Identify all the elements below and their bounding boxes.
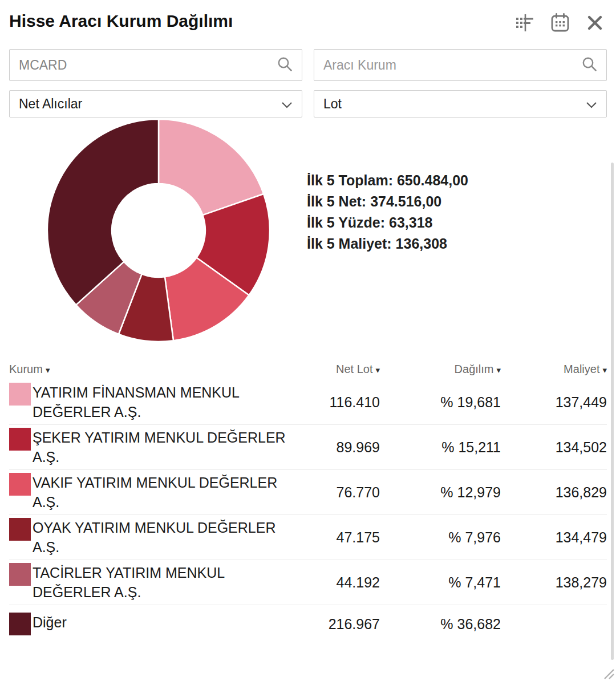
sort-caret-icon: ▾	[496, 365, 501, 375]
column-header-netlot[interactable]: Net Lot▾	[289, 363, 380, 376]
cell-kurum: TACİRLER YATIRIM MENKUL DEĞERLER A.Ş.	[9, 563, 289, 602]
close-icon[interactable]	[586, 14, 603, 31]
broker-search-input[interactable]	[323, 58, 581, 73]
vertical-scrollbar[interactable]	[611, 163, 614, 660]
side-select-value: Net Alıcılar	[19, 96, 82, 112]
symbol-search-input[interactable]	[19, 58, 277, 73]
cell-dagilim: % 7,471	[380, 574, 501, 591]
table-row[interactable]: ŞEKER YATIRIM MENKUL DEĞERLER A.Ş.89.969…	[9, 425, 607, 470]
cell-dagilim: % 36,682	[380, 616, 501, 633]
cell-kurum: Diğer	[9, 613, 289, 635]
cell-net-lot: 89.969	[289, 439, 380, 456]
summary-line: İlk 5 Net: 374.516,00	[307, 191, 468, 212]
broker-donut-chart	[46, 117, 271, 343]
chevron-down-icon	[586, 96, 597, 112]
top5-summary: İlk 5 Toplam: 650.484,00 İlk 5 Net: 374.…	[307, 170, 468, 254]
broker-distribution-panel: Hisse Aracı Kurum Dağılımı	[0, 0, 616, 681]
table-header: Kurum▾ Net Lot▾ Dağılım▾ Maliyet▾	[9, 360, 607, 378]
cell-dagilim: % 7,976	[380, 529, 501, 546]
legend-swatch	[9, 473, 31, 496]
indicator-settings-icon[interactable]	[514, 13, 534, 33]
sort-caret-icon: ▾	[375, 365, 380, 375]
cell-maliyet: 134,479	[501, 529, 607, 546]
table-row[interactable]: OYAK YATIRIM MENKUL DEĞERLER A.Ş.47.175%…	[9, 515, 607, 560]
unit-select-value: Lot	[323, 96, 342, 112]
legend-swatch	[9, 518, 31, 541]
cell-dagilim: % 12,979	[380, 484, 501, 501]
chart-section: İlk 5 Toplam: 650.484,00 İlk 5 Net: 374.…	[9, 117, 607, 344]
cell-net-lot: 116.410	[289, 394, 380, 411]
table-row[interactable]: Diğer216.967% 36,682	[9, 605, 607, 643]
cell-net-lot: 76.770	[289, 484, 380, 501]
cell-net-lot: 47.175	[289, 529, 380, 546]
panel-toolbar	[514, 13, 603, 33]
unit-select[interactable]: Lot	[314, 90, 607, 117]
broker-table: Kurum▾ Net Lot▾ Dağılım▾ Maliyet▾ YATIRI…	[9, 360, 607, 643]
search-icon	[581, 56, 597, 74]
column-header-kurum[interactable]: Kurum▾	[9, 363, 289, 376]
chevron-down-icon	[281, 96, 293, 112]
search-icon	[277, 56, 293, 74]
cell-maliyet: 136,829	[501, 484, 607, 501]
legend-swatch	[9, 613, 31, 635]
resize-handle-icon[interactable]	[600, 665, 615, 680]
calendar-icon[interactable]	[550, 13, 570, 33]
table-row[interactable]: VAKIF YATIRIM MENKUL DEĞERLER A.Ş.76.770…	[9, 470, 607, 515]
summary-line: İlk 5 Yüzde: 63,318	[307, 212, 468, 233]
cell-kurum: YATIRIM FİNANSMAN MENKUL DEĞERLER A.Ş.	[9, 383, 289, 421]
filter-controls: Net Alıcılar Lot	[9, 49, 607, 117]
table-body: YATIRIM FİNANSMAN MENKUL DEĞERLER A.Ş.11…	[9, 380, 607, 643]
cell-net-lot: 44.192	[289, 574, 380, 591]
summary-line: İlk 5 Maliyet: 136,308	[307, 233, 468, 254]
summary-line: İlk 5 Toplam: 650.484,00	[307, 170, 468, 191]
table-row[interactable]: TACİRLER YATIRIM MENKUL DEĞERLER A.Ş.44.…	[9, 560, 607, 605]
cell-maliyet: 134,502	[501, 439, 607, 456]
symbol-search-box	[9, 49, 302, 81]
cell-kurum: VAKIF YATIRIM MENKUL DEĞERLER A.Ş.	[9, 473, 289, 512]
cell-kurum: ŞEKER YATIRIM MENKUL DEĞERLER A.Ş.	[9, 428, 289, 467]
cell-dagilim: % 19,681	[380, 394, 501, 411]
sort-caret-icon: ▾	[46, 365, 50, 375]
cell-dagilim: % 15,211	[380, 439, 501, 456]
legend-swatch	[9, 428, 31, 451]
broker-search-box	[314, 49, 607, 81]
cell-maliyet: 137,449	[501, 394, 607, 411]
legend-swatch	[9, 563, 31, 586]
column-header-maliyet[interactable]: Maliyet▾	[501, 363, 607, 376]
cell-net-lot: 216.967	[289, 616, 380, 633]
cell-kurum: OYAK YATIRIM MENKUL DEĞERLER A.Ş.	[9, 518, 289, 557]
table-row[interactable]: YATIRIM FİNANSMAN MENKUL DEĞERLER A.Ş.11…	[9, 380, 607, 425]
cell-maliyet: 138,279	[501, 574, 607, 591]
column-header-dagilim[interactable]: Dağılım▾	[380, 363, 501, 376]
side-select[interactable]: Net Alıcılar	[9, 90, 302, 117]
legend-swatch	[9, 383, 31, 406]
sort-caret-icon: ▾	[602, 365, 607, 375]
